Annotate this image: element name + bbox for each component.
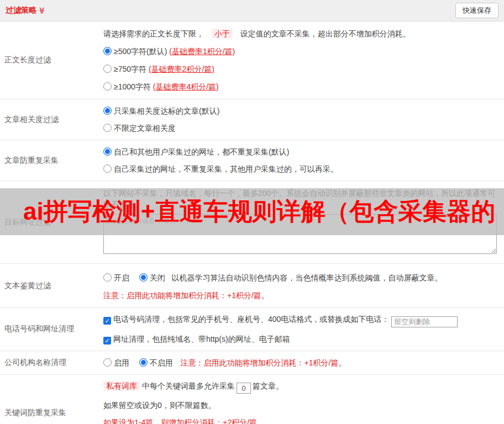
radio-option-1000[interactable]: ≥1000字符 (基础费率4积分/篇) (103, 81, 500, 92)
row-content-dedup: 自己和其他用户采集过的网址，都不重复采集(默认) 自己采集过的网址，不重复采集，… (99, 140, 504, 181)
row-dedup: 文章防重复采集 自己和其他用户采集过的网址，都不重复采集(默认) 自己采集过的网… (0, 140, 504, 181)
checkbox-option-url-clean[interactable]: ✓网址清理，包括纯域名、带http(s)的网址、电子邮箱 (103, 333, 500, 344)
row-label-keyword-dedup: 关键词防重复采集 (0, 375, 99, 424)
company-clean-options: 启用 不启用 注意：启用此功能将增加积分消耗：+1积分/篇。 (103, 357, 500, 368)
row-label-phone-url-clean: 电话号码和网址清理 (0, 308, 99, 351)
quick-save-button[interactable]: 快速保存 (455, 3, 498, 18)
checkbox-checked-icon[interactable]: ✓ (103, 337, 111, 344)
radio-icon[interactable] (103, 107, 112, 115)
row-label-relevance: 文章相关度过滤 (0, 99, 99, 140)
page-title-text: 过滤策略 (6, 6, 36, 15)
row-label-porn-filter: 文本鉴黄过滤 (0, 264, 99, 308)
ad-overlay-text: ai拼写检测+直通车规则详解（包含采集器的 (0, 195, 495, 228)
private-lexicon-tag: 私有词库 (103, 381, 140, 391)
radio-option-750[interactable]: ≥750字符 (基础费率2积分/篇) (103, 63, 500, 75)
radio-option-relevance-strict[interactable]: 只采集相关度达标的文章(默认) (103, 105, 500, 116)
ad-overlay-banner[interactable]: ai拼写检测+直通车规则详解（包含采集器的 (0, 188, 504, 235)
radio-option-company-off[interactable]: 不启用 (139, 358, 173, 367)
row-porn-filter: 文本鉴黄过滤 开启 关闭 以机器学习算法自动识别色情内容，当色情概率达到系统阈值… (0, 264, 504, 308)
radio-icon[interactable] (139, 273, 148, 282)
cost-note: (基础费率1积分/篇) (169, 47, 235, 56)
row-content-relevance: 只采集相关度达标的文章(默认) 不限定文章相关度 (99, 99, 504, 140)
row-content-keyword-dedup: 私有词库 中每个关键词最多允许采集篇文章。 如果留空或设为0，则不限篇数。 如果… (99, 375, 504, 424)
checkbox-checked-icon[interactable]: ✓ (103, 317, 111, 325)
radio-option-porn-off[interactable]: 关闭 (139, 273, 165, 282)
page-title[interactable]: 过滤策略 ≫ (6, 6, 46, 15)
row-company-clean: 公司机构名称清理 启用 不启用 注意：启用此功能将增加积分消耗：+1积分/篇。 (0, 351, 504, 375)
row-content-company-clean: 启用 不启用 注意：启用此功能将增加积分消耗：+1积分/篇。 (99, 351, 504, 374)
max-articles-input[interactable] (237, 383, 251, 394)
filter-strategy-page: 过滤策略 ≫ 快速保存 正文长度过滤 请选择需求的正文长度下限， 小于 设定值的… (0, 0, 504, 424)
radio-icon[interactable] (103, 273, 112, 282)
radio-option-relevance-any[interactable]: 不限定文章相关度 (103, 123, 500, 134)
radio-icon[interactable] (103, 165, 112, 173)
cost-note: (基础费率2积分/篇) (149, 65, 214, 73)
porn-filter-note: 注意：启用此功能将增加积分消耗：+1积分/篇。 (103, 290, 500, 301)
radio-icon[interactable] (139, 358, 148, 367)
row-label-dedup: 文章防重复采集 (0, 140, 99, 181)
row-relevance: 文章相关度过滤 只采集相关度达标的文章(默认) 不限定文章相关度 (0, 99, 504, 140)
porn-filter-desc: 以机器学习算法自动识别色情内容，当色情概率达到系统阈值，自动屏蔽文章。 (172, 273, 443, 282)
row-keyword-dedup: 关键词防重复采集 私有词库 中每个关键词最多允许采集篇文章。 如果留空或设为0，… (0, 375, 504, 424)
row-content-porn-filter: 开启 关闭 以机器学习算法自动识别色情内容，当色情概率达到系统阈值，自动屏蔽文章… (99, 264, 504, 308)
row-phone-url-clean: 电话号码和网址清理 ✓电话号码清理，包括常见的手机号、座机号、400电话格式，或… (0, 308, 504, 351)
radio-icon[interactable] (103, 124, 112, 132)
content-length-intro: 请选择需求的正文长度下限， 小于 设定值的文章不采集，超出部分不增加积分消耗。 (103, 28, 500, 39)
radio-icon[interactable] (103, 147, 112, 156)
radio-option-dedup-self[interactable]: 自己采集过的网址，不重复采集，其他用户采集过的，可以再采。 (103, 163, 500, 174)
radio-option-500[interactable]: ≥500字符(默认) (基础费率1积分/篇) (103, 46, 500, 57)
radio-icon[interactable] (103, 358, 112, 367)
replacement-phone-input[interactable] (391, 316, 458, 327)
keyword-dedup-line3: 如果设为1-4篇，则增加积分消耗：+2积分/篇。 (103, 417, 500, 424)
radio-option-porn-on[interactable]: 开启 (103, 273, 129, 282)
cost-note: (基础费率4积分/篇) (153, 82, 219, 91)
radio-option-dedup-all[interactable]: 自己和其他用户采集过的网址，都不重复采集(默认) (103, 146, 500, 157)
row-content-length: 正文长度过滤 请选择需求的正文长度下限， 小于 设定值的文章不采集，超出部分不增… (0, 22, 504, 99)
company-clean-note: 注意：启用此功能将增加积分消耗：+1积分/篇。 (181, 358, 347, 367)
row-label-content-length: 正文长度过滤 (0, 22, 99, 99)
radio-option-company-on[interactable]: 启用 (103, 358, 129, 367)
porn-filter-options: 开启 关闭 以机器学习算法自动识别色情内容，当色情概率达到系统阈值，自动屏蔽文章… (103, 272, 500, 283)
lt-tag: 小于 (212, 29, 233, 39)
header-bar: 过滤策略 ≫ 快速保存 (0, 0, 504, 22)
radio-icon[interactable] (103, 65, 112, 73)
radio-icon[interactable] (103, 47, 112, 55)
row-content-content-length: 请选择需求的正文长度下限， 小于 设定值的文章不采集，超出部分不增加积分消耗。 … (99, 22, 504, 99)
keyword-dedup-line1: 私有词库 中每个关键词最多允许采集篇文章。 (103, 380, 500, 394)
radio-icon[interactable] (103, 82, 112, 91)
keyword-dedup-line2: 如果留空或设为0，则不限篇数。 (103, 400, 500, 411)
checkbox-option-phone-clean[interactable]: ✓电话号码清理，包括常见的手机号、座机号、400电话格式，或替换成如下电话： (103, 314, 500, 327)
row-label-company-clean: 公司机构名称清理 (0, 351, 99, 374)
chevron-down-icon: ≫ (39, 7, 45, 14)
row-content-phone-url-clean: ✓电话号码清理，包括常见的手机号、座机号、400电话格式，或替换成如下电话： ✓… (99, 308, 504, 351)
